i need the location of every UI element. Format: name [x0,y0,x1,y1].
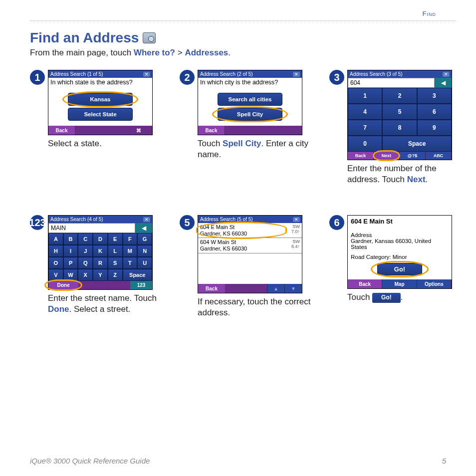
close-icon[interactable]: ✕ [293,217,300,222]
key-7[interactable]: 7 [348,120,382,136]
prompt-text: In which state is the address? [50,79,150,86]
backspace-button[interactable]: ◀ [135,223,152,233]
back-button[interactable]: Back [48,126,75,135]
key-5[interactable]: 5 [382,104,417,120]
step-caption: Enter the number of the address. Touch N… [347,163,464,185]
page-number: 5 [442,457,446,465]
screenshot-6: 604 E Main St Address Gardner, Kansas 66… [347,215,452,289]
link-icon[interactable]: ⌘ [125,126,152,135]
section-tab: Find [30,10,456,17]
divider [30,20,456,21]
step-number: 6 [329,215,344,230]
step-caption: Touch Spell City. Enter a city name. [198,138,314,160]
step-number: 1 [30,70,45,85]
step-caption: Touch Go!. [347,292,464,303]
screenshot-1: Address Search (1 of 5)✕ In which state … [48,70,153,135]
abc-button[interactable]: ABC [426,152,452,160]
step-number: 123 [30,215,45,230]
done-button[interactable]: Done [48,281,78,289]
step-3: 3 Address Search (3 of 5)✕ 604 ◀ 1 2 3 4… [329,70,464,185]
key-2[interactable]: 2 [382,88,417,104]
key-space[interactable]: Space [123,269,152,281]
step-caption: Enter the street name. Touch Done. Selec… [48,293,165,315]
prompt-text: In which city is the address? [200,79,300,86]
demo-icon [143,32,156,43]
back-button[interactable]: Back [348,152,374,160]
search-all-cities-button[interactable]: Search all cities [218,93,282,106]
key-space[interactable]: Space [382,136,452,152]
kansas-button[interactable]: Kansas [68,93,133,106]
address-label: Address [351,232,449,238]
step-2: 2 Address Search (2 of 5)✕ In which city… [180,70,314,185]
key-9[interactable]: 9 [417,120,452,136]
key-0[interactable]: 0 [348,136,382,152]
select-state-button[interactable]: Select State [68,108,133,121]
step-number: 5 [180,215,195,230]
key-3[interactable]: 3 [417,88,452,104]
addresses-link: Addresses [185,48,228,57]
inline-go-button: Go! [372,293,401,303]
step-number: 3 [329,70,344,85]
up-arrow-icon[interactable]: ▲ [267,284,284,293]
step-1: 1 Address Search (1 of 5)✕ In which stat… [30,70,165,185]
address-value: Gardner, Kansas 66030, United States [351,238,449,250]
close-icon[interactable]: ✕ [143,72,150,77]
number-keypad: 1 2 3 4 5 6 7 8 9 0 Space [348,88,452,152]
close-icon[interactable]: ✕ [443,72,450,77]
alpha-keypad: ABCDEFG HIJKLMN OPQRSTU VWXYZSpace [48,233,152,281]
where-to-link: Where to? [134,48,175,57]
result-item[interactable]: 604 W Main StGardner, KS 66030 SW8.4↑ [198,238,302,253]
numeric-button[interactable]: 123 [130,281,152,289]
key-4[interactable]: 4 [348,104,382,120]
go-button[interactable]: Go! [377,263,422,275]
back-button[interactable]: Back [198,126,225,135]
key-8[interactable]: 8 [382,120,417,136]
next-button[interactable]: Next [374,152,400,160]
screenshot-3: Address Search (3 of 5)✕ 604 ◀ 1 2 3 4 5… [347,70,452,160]
options-button[interactable]: Options [417,279,452,288]
intro-text: From the main page, touch Where to? > Ad… [30,48,456,58]
symbols-button[interactable]: @?$ [400,152,426,160]
page-heading: Find an Address [30,30,456,46]
step-number: 2 [180,70,195,85]
close-icon[interactable]: ✕ [293,72,300,77]
street-input[interactable]: MAIN [48,223,135,233]
screenshot-5: Address Search (5 of 5)✕ 604 E Main StGa… [198,215,302,293]
back-button[interactable]: Back [198,284,225,293]
heading-text: Find an Address [30,30,139,46]
step-4: 123 Address Search (4 of 5)✕ MAIN ◀ ABCD… [30,215,165,318]
down-arrow-icon[interactable]: ▼ [284,284,302,293]
key-6[interactable]: 6 [417,104,452,120]
footer-title: iQue® 3000 Quick Reference Guide [30,457,150,465]
step-5: 5 Address Search (5 of 5)✕ 604 E Main St… [180,215,314,318]
map-button[interactable]: Map [382,279,417,288]
close-icon[interactable]: ✕ [143,217,150,222]
spell-city-button[interactable]: Spell City [218,108,282,121]
road-category: Road Category: Minor [351,254,449,260]
backspace-button[interactable]: ◀ [435,78,452,88]
screenshot-4: Address Search (4 of 5)✕ MAIN ◀ ABCDEFG … [48,215,153,290]
key-1[interactable]: 1 [348,88,382,104]
screenshot-2: Address Search (2 of 5)✕ In which city i… [198,70,302,135]
number-input[interactable]: 604 [348,78,435,88]
step-caption: Select a state. [48,138,165,149]
result-title: 604 E Main St [351,218,449,225]
step-caption: If necessary, touch the correct address. [198,296,314,318]
page-footer: iQue® 3000 Quick Reference Guide 5 [30,457,446,465]
result-item[interactable]: 604 E Main StGardner, KS 66030 SW7.0↑ [198,223,302,238]
step-6: 6 604 E Main St Address Gardner, Kansas … [329,215,464,318]
back-button[interactable]: Back [348,279,382,288]
